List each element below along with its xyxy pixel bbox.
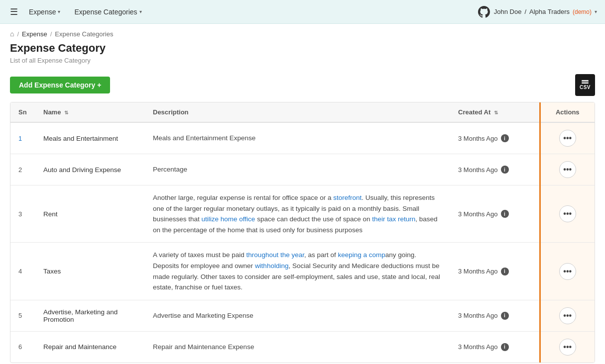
created-at-text: 3 Months Ago — [458, 210, 498, 218]
info-icon[interactable]: i — [501, 343, 509, 351]
created-at-text: 3 Months Ago — [458, 135, 498, 142]
cell-name: Meals and Entertainment — [35, 122, 145, 154]
breadcrumb-current: Expense Categories — [55, 30, 113, 38]
cell-created-at: 3 Months Agoi — [450, 331, 540, 363]
cell-description: A variety of taxes must be paid througho… — [145, 243, 450, 300]
page-title: Expense Category — [10, 42, 595, 55]
cell-description: Percentage — [145, 154, 450, 185]
cell-created-at: 3 Months Agoi — [450, 243, 540, 300]
expense-menu[interactable]: Expense ▾ — [24, 5, 65, 19]
table-row: 6Repair and MaintenanceRepair and Mainte… — [10, 331, 595, 363]
info-icon[interactable]: i — [501, 268, 509, 275]
created-at-text: 3 Months Ago — [458, 268, 498, 275]
nav-left: ☰ Expense ▾ Expense Categories ▾ — [8, 4, 147, 19]
cell-sn: 2 — [10, 154, 35, 185]
page-container: ☰ Expense ▾ Expense Categories ▾ John Do… — [0, 0, 605, 364]
cell-description: Advertise and Marketing Expense — [145, 300, 450, 331]
info-icon[interactable]: i — [501, 134, 509, 142]
cell-sn: 1 — [10, 122, 35, 154]
breadcrumb-expense[interactable]: Expense — [22, 30, 47, 38]
top-navigation: ☰ Expense ▾ Expense Categories ▾ John Do… — [0, 0, 605, 24]
cell-name: Rent — [35, 185, 145, 243]
col-header-actions: Actions — [540, 102, 595, 122]
cell-sn: 3 — [10, 185, 35, 243]
csv-icon — [582, 80, 589, 84]
cell-actions: ••• — [540, 331, 595, 363]
cell-actions: ••• — [540, 243, 595, 300]
csv-export-button[interactable]: CSV — [575, 74, 595, 96]
user-org-separator: / — [524, 8, 526, 15]
row-actions-button[interactable]: ••• — [559, 205, 576, 222]
cell-description: Repair and Maintenance Expense — [145, 331, 450, 363]
cell-sn: 4 — [10, 243, 35, 300]
demo-badge: (demo) — [573, 8, 592, 15]
cell-created-at: 3 Months Agoi — [450, 185, 540, 243]
expense-categories-menu-arrow: ▾ — [139, 9, 142, 14]
created-at-text: 3 Months Ago — [458, 166, 498, 174]
col-header-created-at[interactable]: Created At ⇅ — [450, 102, 540, 122]
breadcrumb-sep-2: / — [50, 30, 52, 38]
nav-right: John Doe / Alpha Traders (demo) ▾ — [478, 6, 597, 18]
cell-name: Advertise, Marketing and Promotion — [35, 300, 145, 331]
col-header-description: Description — [145, 102, 450, 122]
csv-label: CSV — [580, 85, 591, 90]
table-row: 2Auto and Driving ExpensePercentage3 Mon… — [10, 154, 595, 185]
page-header: Expense Category List of all Expense Cat… — [0, 40, 605, 70]
row-link[interactable]: 1 — [18, 135, 22, 142]
expense-categories-menu-label: Expense Categories — [74, 8, 137, 16]
cell-sn: 6 — [10, 331, 35, 363]
name-sort-icon: ⇅ — [64, 110, 68, 115]
user-menu[interactable]: John Doe / Alpha Traders (demo) ▾ — [494, 8, 597, 15]
expense-menu-label: Expense — [29, 8, 56, 16]
row-actions-button[interactable]: ••• — [559, 307, 576, 324]
created-at-text: 3 Months Ago — [458, 343, 498, 351]
row-actions-button[interactable]: ••• — [559, 161, 576, 178]
cell-name: Repair and Maintenance — [35, 331, 145, 363]
table-row: 4TaxesA variety of taxes must be paid th… — [10, 243, 595, 300]
user-org: Alpha Traders — [529, 8, 570, 15]
cell-sn: 5 — [10, 300, 35, 331]
home-icon[interactable]: ⌂ — [10, 30, 14, 38]
breadcrumb-sep-1: / — [17, 30, 19, 38]
toolbar: Add Expense Category + CSV — [0, 70, 605, 102]
col-header-sn: Sn — [10, 102, 35, 122]
cell-name: Auto and Driving Expense — [35, 154, 145, 185]
cell-actions: ••• — [540, 154, 595, 185]
row-actions-button[interactable]: ••• — [559, 130, 576, 147]
user-menu-arrow: ▾ — [595, 9, 597, 14]
expense-categories-menu[interactable]: Expense Categories ▾ — [69, 5, 146, 19]
table-row: 5Advertise, Marketing and PromotionAdver… — [10, 300, 595, 331]
expense-category-table: Sn Name ⇅ Description Created At ⇅ Actio — [10, 102, 595, 363]
created-sort-icon: ⇅ — [494, 110, 498, 115]
row-actions-button[interactable]: ••• — [559, 263, 576, 280]
add-expense-category-button[interactable]: Add Expense Category + — [10, 77, 110, 93]
cell-created-at: 3 Months Agoi — [450, 122, 540, 154]
col-header-name[interactable]: Name ⇅ — [35, 102, 145, 122]
cell-created-at: 3 Months Agoi — [450, 300, 540, 331]
table-header-row: Sn Name ⇅ Description Created At ⇅ Actio — [10, 102, 595, 122]
cell-actions: ••• — [540, 300, 595, 331]
table-row: 3RentAnother large, regular expense is r… — [10, 185, 595, 243]
table-row: 1Meals and EntertainmentMeals and Entert… — [10, 122, 595, 154]
user-name: John Doe — [494, 8, 522, 15]
breadcrumb: ⌂ / Expense / Expense Categories — [0, 24, 605, 40]
info-icon[interactable]: i — [501, 210, 509, 218]
row-actions-button[interactable]: ••• — [559, 339, 576, 356]
cell-description: Meals and Entertainment Expense — [145, 122, 450, 154]
github-icon — [478, 6, 490, 18]
cell-actions: ••• — [540, 185, 595, 243]
info-icon[interactable]: i — [501, 166, 509, 174]
expense-menu-arrow: ▾ — [58, 9, 60, 14]
info-icon[interactable]: i — [501, 312, 509, 320]
page-subtitle: List of all Expense Category — [10, 57, 595, 64]
cell-created-at: 3 Months Agoi — [450, 154, 540, 185]
cell-actions: ••• — [540, 122, 595, 154]
cell-name: Taxes — [35, 243, 145, 300]
hamburger-icon[interactable]: ☰ — [8, 4, 20, 19]
cell-description: Another large, regular expense is rental… — [145, 185, 450, 243]
created-at-text: 3 Months Ago — [458, 312, 498, 319]
